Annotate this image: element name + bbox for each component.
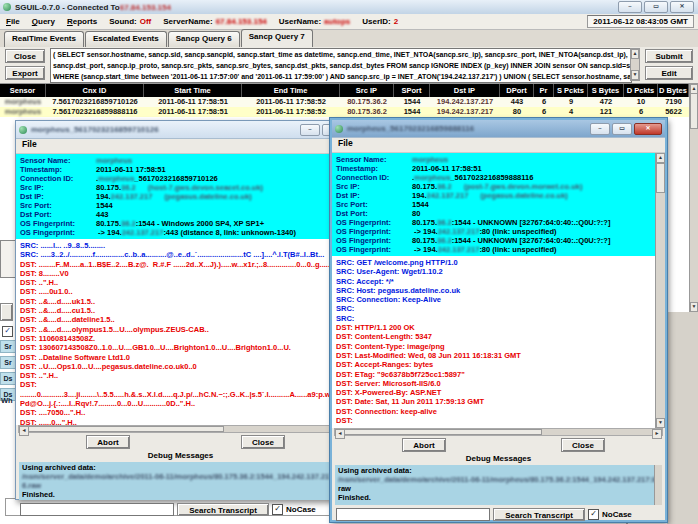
- window-controls: – ▭ ✕: [618, 1, 698, 13]
- nocase-checkbox[interactable]: ✓: [272, 504, 283, 515]
- close-icon[interactable]: ✕: [634, 123, 662, 135]
- transcript-vertical-scrollbar[interactable]: ▲ ▼: [655, 153, 665, 428]
- column-header[interactable]: Sensor: [0, 84, 46, 97]
- down-arrow-icon[interactable]: ▼: [690, 302, 698, 312]
- down-arrow-icon[interactable]: ▼: [631, 70, 639, 80]
- transcript-line: SRC: GET /welcome.png HTTP/1.0: [336, 258, 651, 267]
- search-transcript-button[interactable]: Search Transcript: [177, 503, 269, 516]
- horizontal-scrollbar[interactable]: ◄ ►: [334, 428, 663, 436]
- down-arrow-icon[interactable]: ▼: [656, 418, 665, 428]
- transcript-line: DST: ....7050...".H..: [20, 408, 341, 417]
- scrollbar-thumb[interactable]: [344, 429, 542, 435]
- left-checkbox[interactable]: ✓: [2, 326, 13, 337]
- scrollbar-thumb[interactable]: [28, 426, 224, 432]
- transcript-line: DST: Server: Microsoft-IIS/6.0: [336, 379, 651, 388]
- query-scrollbar[interactable]: ▲ ▼: [630, 48, 640, 81]
- transcript-body: Sensor Name:morpheus Timestamp:2011-06-1…: [332, 153, 665, 428]
- where-label: Wh: [1, 396, 13, 405]
- menu-query[interactable]: Query: [32, 17, 55, 26]
- column-header[interactable]: D Pckts: [624, 84, 658, 97]
- debug-line: Using archived data:: [338, 466, 659, 475]
- scrollbar-thumb[interactable]: [690, 93, 698, 129]
- transcript-line: DST: 130607143508Z0..1.0...U....GB1.0...…: [20, 343, 341, 352]
- search-transcript-button[interactable]: Search Transcript: [493, 508, 585, 521]
- transcript-line: DST:: [20, 380, 341, 389]
- abort-button[interactable]: Abort: [86, 435, 130, 449]
- transcript-line: DST: ..&....d.....olympus1.5...U....olym…: [20, 325, 341, 334]
- tab[interactable]: RealTime Events: [4, 31, 84, 47]
- debug-scrollbar[interactable]: [654, 465, 662, 505]
- search-input[interactable]: [20, 503, 174, 516]
- transcript-line: DST: ......0...".H..: [20, 418, 341, 425]
- column-header[interactable]: S Pckts: [554, 84, 588, 97]
- main-vertical-scrollbar[interactable]: ▲ ▼: [689, 84, 698, 312]
- file-menu[interactable]: File: [338, 138, 353, 148]
- column-header[interactable]: Start Time: [144, 84, 242, 97]
- query-line: sancp.dst_port, sancp.ip_proto, sancp.sr…: [53, 60, 631, 71]
- search-input[interactable]: [336, 508, 490, 521]
- debug-line: 6.raw: [22, 481, 339, 490]
- table-header: SensorCnx IDStart TimeEnd TimeSrc IPSPor…: [0, 84, 689, 97]
- server-name: ServerName:67.84.153.154: [163, 17, 267, 26]
- query-text[interactable]: ( SELECT sensor.hostname, sancp.sid, san…: [50, 48, 632, 83]
- transcript-line: SRC: Host: pegasus.dateline.co.uk: [336, 286, 651, 295]
- scrollbar-thumb[interactable]: [656, 163, 665, 193]
- transcript-line: ........0...........3....ji........\..5.…: [20, 390, 341, 399]
- up-arrow-icon[interactable]: ▲: [656, 153, 665, 163]
- maximize-icon[interactable]: ▭: [612, 123, 632, 135]
- column-header[interactable]: DPort: [500, 84, 534, 97]
- menu-file[interactable]: File: [6, 17, 20, 26]
- maximize-icon[interactable]: ▭: [644, 1, 668, 13]
- transcript-content[interactable]: SRC: ......l... ..9..8..5........SRC: ..…: [16, 239, 345, 425]
- up-arrow-icon[interactable]: ▲: [631, 49, 639, 59]
- menu-bar: File Query Reports Sound:Off ServerName:…: [0, 14, 698, 30]
- close-button[interactable]: Close: [241, 435, 285, 449]
- column-header[interactable]: Dst IP: [430, 84, 500, 97]
- minimize-icon[interactable]: –: [618, 1, 642, 13]
- transcript-content[interactable]: SRC: GET /welcome.png HTTP/1.0SRC: User-…: [332, 256, 665, 428]
- table-row[interactable]: morpheus7.5617023216859888116 2011-06-11…: [0, 107, 689, 117]
- column-header[interactable]: Cnx ID: [46, 84, 144, 97]
- right-arrow-icon[interactable]: ►: [652, 429, 662, 439]
- transcript-line: SRC: .....3..2../...........f...........…: [20, 250, 341, 259]
- column-header[interactable]: SPort: [394, 84, 430, 97]
- transcript-line: SRC: ......l... ..9..8..5........: [20, 241, 341, 250]
- clock: 2011-06-12 08:43:05 GMT: [587, 15, 694, 28]
- summary-field: OS Fingerprint:80.175.36.2:1544 - Window…: [20, 219, 341, 228]
- summary-field: Dst Port:80: [336, 209, 651, 218]
- abort-button[interactable]: Abort: [402, 438, 446, 452]
- transcript-line: DST: ..U....Ops1.0...U....pegasus.dateli…: [20, 362, 341, 371]
- column-header[interactable]: Pr: [534, 84, 554, 97]
- tab[interactable]: Sancp Query 6: [168, 31, 240, 47]
- column-header[interactable]: Src IP: [340, 84, 394, 97]
- column-header[interactable]: S Bytes: [588, 84, 624, 97]
- transcript-line: DST: 8........V0: [20, 269, 341, 278]
- summary-field: Connection ID:.morpheus_5617023216859710…: [20, 174, 341, 183]
- transcript-window-443: morpheus_5617023216859710126 – ▭ File Se…: [15, 120, 346, 500]
- file-menu[interactable]: File: [22, 139, 37, 149]
- nocase-checkbox[interactable]: ✓: [588, 509, 599, 520]
- summary-field: Src IP:80.175.36.2(post-7.gws.devon.morw…: [336, 182, 651, 191]
- left-button-fragment[interactable]: [0, 303, 13, 321]
- transcript-line: DST: Accept-Ranges: bytes: [336, 360, 651, 369]
- table-row[interactable]: morpheus7.5617023216859710126 2011-06-11…: [0, 97, 689, 107]
- column-header[interactable]: End Time: [242, 84, 340, 97]
- menu-reports[interactable]: Reports: [67, 17, 97, 26]
- user-name: UserName:autops: [279, 17, 350, 26]
- minimize-icon[interactable]: –: [590, 123, 610, 135]
- query-close-button[interactable]: Close: [5, 49, 45, 63]
- query-export-button[interactable]: Export: [5, 66, 45, 80]
- tab[interactable]: Escalated Events: [85, 31, 167, 47]
- connection-summary: Sensor Name:morpheus Timestamp:2011-06-1…: [332, 153, 665, 256]
- minimize-icon[interactable]: –: [300, 124, 320, 136]
- horizontal-scrollbar[interactable]: ◄ ►: [18, 425, 343, 433]
- column-header[interactable]: D Bytes: [658, 84, 689, 97]
- tab[interactable]: Sancp Query 7: [241, 29, 313, 47]
- close-icon[interactable]: ✕: [670, 1, 694, 13]
- query-submit-button[interactable]: Submit: [645, 49, 693, 63]
- query-edit-button[interactable]: Edit: [645, 66, 693, 80]
- transcript-line: SRC: Connection: Keep-Alive: [336, 295, 651, 304]
- summary-field: Sensor Name:morpheus: [20, 156, 341, 165]
- query-line: WHERE (sancp.start_time between '2011-06…: [53, 71, 631, 82]
- close-button[interactable]: Close: [561, 438, 605, 452]
